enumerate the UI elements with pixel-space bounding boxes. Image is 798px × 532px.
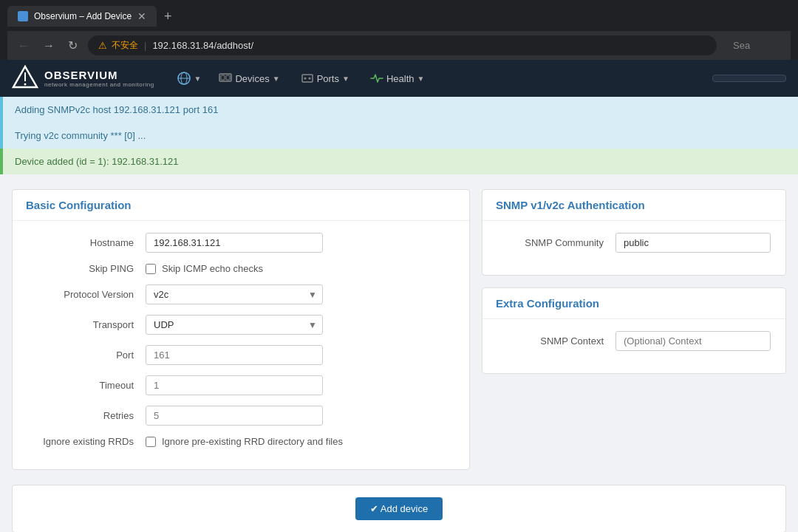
logo-icon	[12, 65, 38, 92]
basic-config-panel: Basic Configuration Hostname Skip PING S…	[12, 189, 470, 470]
right-panels: SNMP v1/v2c Authentication SNMP Communit…	[482, 189, 786, 386]
nav-item-devices[interactable]: Devices ▼	[208, 60, 290, 97]
ports-icon	[301, 72, 314, 85]
extra-config-title: Extra Configuration	[482, 288, 785, 319]
globe-menu[interactable]: ▼	[169, 66, 209, 90]
tab-title: Observium – Add Device	[34, 11, 132, 21]
snmp-community-label: SNMP Community	[497, 237, 615, 248]
snmp-context-input[interactable]	[615, 331, 771, 351]
health-dropdown-arrow: ▼	[417, 75, 424, 83]
navbar-search[interactable]	[712, 75, 786, 82]
hostname-label: Hostname	[27, 237, 146, 248]
timeout-label: Timeout	[27, 380, 146, 391]
nav-item-ports[interactable]: Ports ▼	[290, 60, 360, 97]
nav-item-health[interactable]: Health ▼	[360, 60, 434, 97]
protocol-version-row: Protocol Version v1 v2c v3 ▼	[27, 284, 454, 304]
port-input[interactable]	[146, 345, 323, 365]
extra-config-panel: Extra Configuration SNMP Context	[482, 287, 786, 374]
security-label: 不安全	[112, 39, 138, 52]
svg-rect-7	[221, 75, 225, 80]
search-box[interactable]: Sea	[724, 37, 783, 54]
svg-point-10	[304, 78, 306, 80]
snmp-auth-body: SNMP Community	[482, 221, 785, 275]
svg-point-2	[24, 83, 27, 86]
main-layout: Basic Configuration Hostname Skip PING S…	[0, 174, 798, 485]
alert-success-1: Device added (id = 1): 192.168.31.121	[0, 149, 798, 174]
alert-info-1: Adding SNMPv2c host 192.168.31.121 port …	[0, 97, 798, 123]
active-tab[interactable]: Observium – Add Device ✕	[7, 6, 157, 27]
protocol-version-select[interactable]: v1 v2c v3	[146, 284, 323, 304]
reload-button[interactable]: ↻	[65, 37, 81, 54]
ignore-rrds-row: Ignore existing RRDs Ignore pre-existing…	[27, 436, 454, 447]
skip-ping-checkbox[interactable]	[146, 264, 156, 274]
skip-ping-row: Skip PING Skip ICMP echo checks	[27, 263, 454, 274]
snmp-context-label: SNMP Context	[497, 335, 615, 347]
svg-rect-8	[226, 75, 230, 80]
tab-favicon	[18, 11, 28, 21]
address-bar: ← → ↻ ⚠ 不安全 | 192.168.31.84/addhost/ Sea	[7, 31, 791, 60]
logo-text: OBSERVIUM	[44, 69, 154, 81]
forward-button[interactable]: →	[40, 38, 58, 54]
ignore-rrds-checkbox-wrapper: Ignore pre-existing RRD directory and fi…	[146, 436, 343, 447]
transport-label: Transport	[27, 319, 146, 330]
snmp-community-row: SNMP Community	[497, 233, 771, 253]
browser-chrome: Observium – Add Device ✕ + ← → ↻ ⚠ 不安全 |…	[0, 0, 798, 60]
nav-devices-label: Devices	[235, 73, 269, 84]
retries-label: Retries	[27, 410, 146, 421]
hostname-input[interactable]	[146, 233, 323, 253]
ignore-rrds-label: Ignore existing RRDs	[27, 436, 146, 447]
port-label: Port	[27, 349, 146, 361]
skip-ping-checkbox-label: Skip ICMP echo checks	[162, 263, 263, 274]
basic-config-title: Basic Configuration	[13, 190, 469, 221]
transport-row: Transport UDP TCP UDP6 TCP6 ▼	[27, 315, 454, 335]
transport-select[interactable]: UDP TCP UDP6 TCP6	[146, 315, 323, 335]
hostname-row: Hostname	[27, 233, 454, 253]
logo-text-group: OBSERVIUM network management and monitor…	[44, 69, 154, 88]
health-icon	[370, 72, 383, 85]
snmp-auth-panel: SNMP v1/v2c Authentication SNMP Communit…	[482, 189, 786, 276]
separator: |	[144, 40, 146, 51]
nav-health-label: Health	[386, 73, 415, 84]
snmp-auth-title: SNMP v1/v2c Authentication	[482, 190, 785, 221]
timeout-row: Timeout	[27, 375, 454, 395]
protocol-version-select-wrapper: v1 v2c v3 ▼	[146, 284, 323, 304]
ignore-rrds-checkbox-label: Ignore pre-existing RRD directory and fi…	[162, 436, 343, 447]
tab-close-button[interactable]: ✕	[137, 10, 146, 22]
devices-dropdown-arrow: ▼	[273, 75, 280, 83]
transport-select-wrapper: UDP TCP UDP6 TCP6 ▼	[146, 315, 323, 335]
timeout-input[interactable]	[146, 375, 323, 395]
action-bar: ✔ Add device	[12, 485, 786, 532]
snmp-context-row: SNMP Context	[497, 331, 771, 351]
protocol-version-label: Protocol Version	[27, 289, 146, 300]
snmp-community-input[interactable]	[615, 233, 771, 253]
globe-dropdown-arrow: ▼	[194, 75, 202, 83]
svg-point-11	[308, 78, 310, 80]
globe-icon	[177, 71, 191, 86]
extra-config-body: SNMP Context	[482, 319, 785, 373]
devices-icon	[219, 72, 232, 85]
alert-info-2: Trying v2c community *** [0] ...	[0, 123, 798, 149]
security-warning-icon: ⚠	[98, 40, 107, 51]
content-area: Adding SNMPv2c host 192.168.31.121 port …	[0, 97, 798, 532]
basic-config-body: Hostname Skip PING Skip ICMP echo checks…	[13, 221, 469, 469]
skip-ping-checkbox-wrapper: Skip ICMP echo checks	[146, 263, 263, 274]
logo-subtitle: network management and monitoring	[44, 81, 154, 88]
nav-ports-label: Ports	[317, 73, 339, 84]
add-device-button[interactable]: ✔ Add device	[355, 497, 443, 520]
logo: OBSERVIUM network management and monitor…	[12, 65, 154, 92]
ignore-rrds-checkbox[interactable]	[146, 437, 156, 447]
address-text: 192.168.31.84/addhost/	[152, 40, 253, 51]
svg-rect-9	[302, 75, 313, 82]
port-row: Port	[27, 345, 454, 365]
navbar: OBSERVIUM network management and monitor…	[0, 60, 798, 97]
ports-dropdown-arrow: ▼	[342, 75, 349, 83]
skip-ping-label: Skip PING	[27, 263, 146, 274]
back-button[interactable]: ←	[15, 38, 33, 54]
retries-input[interactable]	[146, 406, 323, 426]
address-input[interactable]: ⚠ 不安全 | 192.168.31.84/addhost/	[88, 35, 717, 55]
browser-tabs: Observium – Add Device ✕ +	[7, 6, 791, 27]
retries-row: Retries	[27, 406, 454, 426]
new-tab-button[interactable]: +	[160, 9, 177, 24]
